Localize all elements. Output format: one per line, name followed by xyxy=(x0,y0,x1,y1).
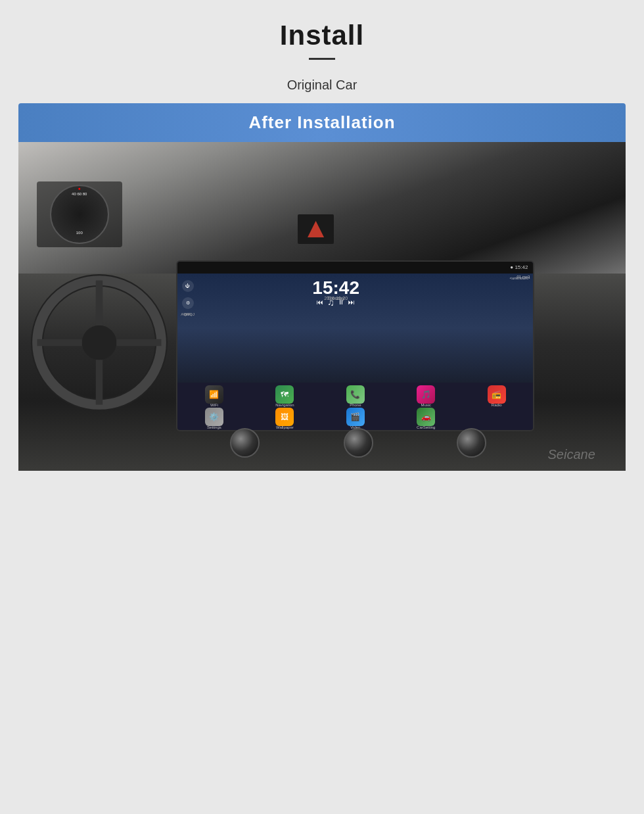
app-settings[interactable]: ⚙️ Settings xyxy=(180,408,248,427)
content-wrapper: HAMA POW xyxy=(0,70,644,491)
after-installation-text: After Installation xyxy=(248,112,395,132)
app-radio[interactable]: 📻 Radio xyxy=(463,385,530,405)
video-app-icon: 🎬 xyxy=(346,408,365,426)
after-hazard-area xyxy=(298,214,334,244)
app-navigation[interactable]: 🗺 Navigation xyxy=(251,385,319,405)
app-wallpaper[interactable]: 🖼 Wallpaper xyxy=(251,408,319,427)
app-music[interactable]: 🎵 Music xyxy=(392,385,460,405)
right-info: 01.mp3 <unknown> xyxy=(477,277,530,379)
music-app-icon: 🎵 xyxy=(417,385,435,404)
after-knob-3 xyxy=(457,428,486,458)
after-knob-1 xyxy=(230,428,260,458)
main-screen-area: ⏻ ⚙ WiFi↑↓AQRQJ 15:42 2020-10-20 xyxy=(177,274,533,383)
radio-app-icon: 📻 xyxy=(488,385,506,404)
original-car-label: Original Car xyxy=(18,70,626,103)
after-car-image: ● 15:42 ⏻ ⚙ WiFi↑↓AQRQJ xyxy=(18,142,626,471)
ssid-display: AQRQJ xyxy=(181,312,195,316)
after-instrument-cluster: ● 40 60 80 100 xyxy=(37,181,122,247)
navigation-app-icon: 🗺 xyxy=(275,385,294,404)
after-car-container: ● 15:42 ⏻ ⚙ WiFi↑↓AQRQJ xyxy=(18,142,626,471)
after-knobs-row xyxy=(189,428,528,458)
after-knob-2 xyxy=(344,428,373,458)
svg-point-9 xyxy=(82,325,117,360)
after-steering-wheel xyxy=(30,274,168,412)
time-display: 15:42 xyxy=(312,279,359,297)
center-info: 15:42 2020-10-20 Tuesday ⏮ ♫ ⏸ ⏭ xyxy=(197,277,475,379)
app-wifi[interactable]: 📶 WiFi xyxy=(180,385,248,405)
app-carsetting[interactable]: 🚗 CarSetting xyxy=(392,408,460,427)
after-installation-banner: After Installation xyxy=(18,103,626,142)
page-header: Install xyxy=(0,0,644,70)
wifi-app-icon: 📶 xyxy=(205,385,223,404)
apps-grid: 📶 WiFi 🗺 Navigation xyxy=(177,383,533,430)
android-screen[interactable]: ● 15:42 ⏻ ⚙ WiFi↑↓AQRQJ xyxy=(176,260,534,431)
carsetting-app-icon: 🚗 xyxy=(417,408,435,426)
power-icon[interactable]: ⏻ xyxy=(182,280,194,292)
status-bar: ● 15:42 xyxy=(177,262,533,274)
page-title: Install xyxy=(0,20,644,51)
title-underline xyxy=(309,58,335,60)
settings-app-icon: ⚙️ xyxy=(205,408,223,426)
wallpaper-app-icon: 🖼 xyxy=(275,408,294,426)
app-phone[interactable]: 📞 Phone xyxy=(321,385,389,405)
phone-app-icon: 📞 xyxy=(346,385,365,404)
settings-quick-icon[interactable]: ⚙ xyxy=(182,297,194,309)
android-screen-inner: ● 15:42 ⏻ ⚙ WiFi↑↓AQRQJ xyxy=(177,262,533,430)
app-video[interactable]: 🎬 Video xyxy=(321,408,389,427)
left-controls: ⏻ ⚙ WiFi↑↓AQRQJ xyxy=(181,277,195,379)
